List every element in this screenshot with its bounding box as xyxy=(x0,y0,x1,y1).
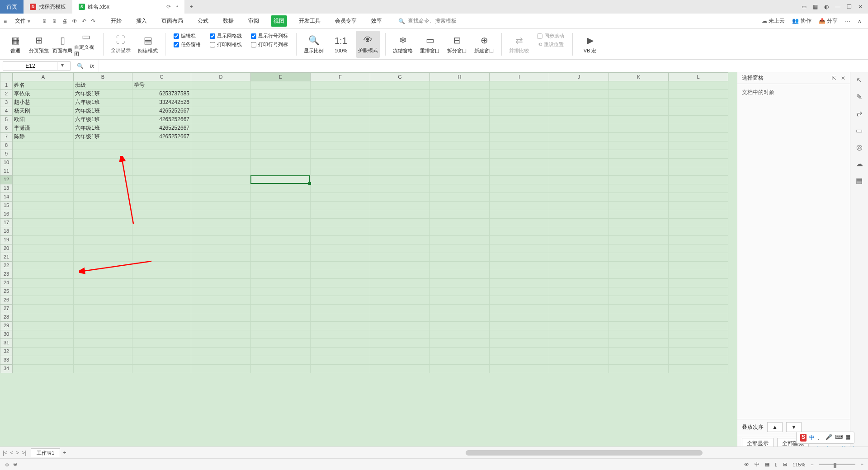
command-search[interactable]: 🔍 查找命令、搜索模板 xyxy=(398,17,457,25)
check-editbar[interactable]: 编辑栏 xyxy=(174,33,201,39)
fx-label[interactable]: fx xyxy=(90,63,94,69)
menu-tab[interactable]: 会员专享 xyxy=(332,15,359,27)
name-box-input[interactable] xyxy=(3,62,57,70)
menu-tab[interactable]: 页面布局 xyxy=(159,15,186,27)
sheet-nav[interactable]: |< < > >| xyxy=(3,450,26,456)
location-icon[interactable]: ◎ xyxy=(856,143,863,151)
last-sheet-icon[interactable]: >| xyxy=(22,450,26,456)
next-sheet-icon[interactable]: > xyxy=(16,450,19,456)
zoom-in-icon[interactable]: + xyxy=(861,462,863,467)
cells-grid[interactable]: 姓名班级学号李依依六年级1班6253737585赵小慧六年级1班33242425… xyxy=(13,81,728,373)
check-show-rowcol[interactable]: 显示行号列标 xyxy=(251,33,288,39)
view-page-layout-button[interactable]: ▯页面布局 xyxy=(51,31,74,58)
ime-mic-icon[interactable]: 🎤 xyxy=(826,434,832,442)
view-normal-icon[interactable]: ▦ xyxy=(765,461,769,467)
filter-icon[interactable]: ⇄ xyxy=(856,109,862,118)
view-break-icon[interactable]: ⊞ xyxy=(783,461,787,467)
prev-sheet-icon[interactable]: < xyxy=(10,450,13,456)
tab-home[interactable]: 首页 xyxy=(0,0,24,14)
style-icon[interactable]: ✎ xyxy=(856,93,862,101)
column-headers[interactable]: ABCDEFGHIJKL xyxy=(13,72,728,81)
fullscreen-button[interactable]: ⛶全屏显示 xyxy=(109,31,132,58)
menu-tab[interactable]: 插入 xyxy=(133,15,150,27)
hamburger-icon[interactable]: ≡ xyxy=(4,18,7,24)
zoom-out-icon[interactable]: − xyxy=(811,462,813,467)
split-button[interactable]: ⊟拆分窗口 xyxy=(445,31,469,58)
bring-forward-button[interactable]: ▲ xyxy=(767,422,783,432)
save-as-icon[interactable]: 🗎 xyxy=(52,18,57,24)
freeze-button[interactable]: ❄冻结窗格 xyxy=(391,31,415,58)
read-mode-button[interactable]: ▤阅读模式 xyxy=(136,31,160,58)
share-button[interactable]: 📤 分享 xyxy=(819,17,838,25)
view-page-icon[interactable]: ▯ xyxy=(775,461,778,467)
save-icon[interactable]: 🗎 xyxy=(42,18,47,24)
check-taskpane[interactable]: 任务窗格 xyxy=(174,41,201,48)
view-custom-button[interactable]: ▭自定义视图 xyxy=(74,31,98,58)
select-all-corner[interactable] xyxy=(0,72,13,81)
ime-indicator[interactable]: S 中 、 🎤 ⌨ ▦ xyxy=(796,432,854,444)
skin-icon[interactable]: ◐ xyxy=(824,4,829,10)
menu-tab[interactable]: 开发工具 xyxy=(296,15,323,27)
close-icon[interactable]: ✕ xyxy=(858,4,863,10)
ime-keyboard-icon[interactable]: ⌨ xyxy=(835,434,843,442)
file-menu[interactable]: 文件 ▾ xyxy=(11,16,34,26)
menu-tab-active[interactable]: 视图 xyxy=(271,15,287,27)
more-icon[interactable]: ⋯ xyxy=(845,18,850,24)
minimize-icon[interactable]: — xyxy=(835,4,840,10)
menu-tab[interactable]: 开始 xyxy=(108,15,124,27)
layout-icon[interactable]: ▭ xyxy=(802,4,807,10)
undo-icon[interactable]: ↶ xyxy=(82,18,86,24)
select-tool-icon[interactable]: ↖ xyxy=(856,76,862,85)
ime-grid-icon[interactable]: ▦ xyxy=(845,434,850,442)
reset-pos[interactable]: ⟲ 重设位置 xyxy=(537,41,564,48)
status-indicator-icon[interactable]: ☺ xyxy=(5,462,9,467)
view-normal-button[interactable]: ▦普通 xyxy=(4,31,27,58)
box-icon[interactable]: ▭ xyxy=(856,126,863,135)
zoom-value[interactable]: 115% xyxy=(793,462,805,467)
eye-care-icon[interactable]: 👁 xyxy=(744,462,749,467)
check-show-grid[interactable]: 显示网格线 xyxy=(210,33,242,39)
vb-macro-button[interactable]: ▶VB 宏 xyxy=(578,31,602,58)
panel-close-icon[interactable]: ✕ xyxy=(841,75,845,81)
formula-input[interactable] xyxy=(99,60,868,72)
menu-tab[interactable]: 效率 xyxy=(368,15,385,27)
cancel-fx-icon[interactable]: 🔍 xyxy=(71,63,90,69)
tab-template[interactable]: D 找稻壳模板 xyxy=(24,0,72,14)
check-sync-scroll[interactable]: 同步滚动 xyxy=(537,33,564,39)
add-sheet-button[interactable]: + xyxy=(63,450,66,456)
zoom-slider[interactable] xyxy=(819,464,855,465)
lang-icon[interactable]: 中 xyxy=(755,461,760,468)
coop-button[interactable]: 👥 协作 xyxy=(792,17,811,25)
horizontal-scrollbar[interactable] xyxy=(71,450,861,456)
print-preview-icon[interactable]: 👁 xyxy=(72,18,77,24)
menu-tab[interactable]: 公式 xyxy=(195,15,211,27)
spreadsheet[interactable]: ABCDEFGHIJKL 123456789101112131415161718… xyxy=(0,72,737,452)
menu-tab[interactable]: 审阅 xyxy=(245,15,262,27)
backup-icon[interactable]: ☁ xyxy=(856,160,863,168)
check-print-rowcol[interactable]: 打印行号列标 xyxy=(251,41,288,48)
new-tab-button[interactable]: + xyxy=(184,4,198,10)
eye-mode-button[interactable]: 👁护眼模式 xyxy=(356,31,380,58)
redo-icon[interactable]: ↷ xyxy=(91,18,95,24)
compare-button[interactable]: ⇄并排比较 xyxy=(507,31,531,58)
chevron-down-icon[interactable]: ▾ xyxy=(57,62,66,70)
menu-tab[interactable]: 数据 xyxy=(220,15,236,27)
apps-icon[interactable]: ▦ xyxy=(813,4,818,10)
zoom-100-button[interactable]: 1:1100% xyxy=(329,31,353,58)
pin-icon[interactable]: ⇱ xyxy=(832,75,836,81)
tab-file[interactable]: S 姓名.xlsx ⟳ • xyxy=(72,0,184,14)
zoom-button[interactable]: 🔍显示比例 xyxy=(302,31,326,58)
check-print-grid[interactable]: 打印网格线 xyxy=(210,41,242,48)
tab-close-icon[interactable]: ⟳ xyxy=(166,4,171,10)
status-a11y-icon[interactable]: ⊕ xyxy=(13,461,17,467)
send-backward-button[interactable]: ▼ xyxy=(786,422,802,432)
maximize-icon[interactable]: ❐ xyxy=(847,4,852,10)
row-headers[interactable]: 1234567891011121314151617181920212223242… xyxy=(0,81,13,373)
arrange-button[interactable]: ▭重排窗口 xyxy=(418,31,442,58)
new-window-button[interactable]: ⊕新建窗口 xyxy=(472,31,496,58)
doc-icon[interactable]: ▤ xyxy=(856,176,863,185)
cloud-status[interactable]: ☁ 未上云 xyxy=(762,17,785,25)
first-sheet-icon[interactable]: |< xyxy=(3,450,7,456)
view-page-preview-button[interactable]: ⊞分页预览 xyxy=(27,31,51,58)
print-icon[interactable]: 🖨 xyxy=(62,18,67,24)
